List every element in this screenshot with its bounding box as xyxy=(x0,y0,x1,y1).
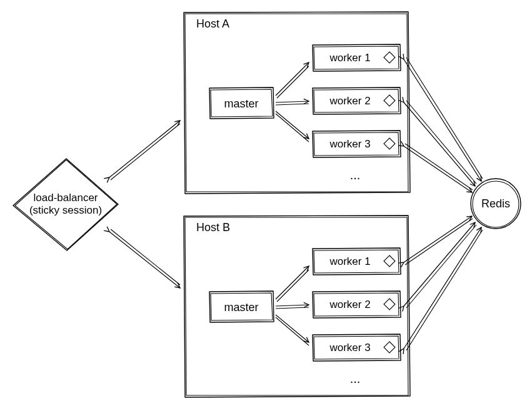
architecture-diagram: load-balancer (sticky session) Host A ma… xyxy=(0,0,532,411)
host-a-worker-2-label: worker 2 xyxy=(329,95,370,107)
host-b-worker-2: worker 2 xyxy=(313,291,401,318)
host-a-worker-3: worker 3 xyxy=(313,131,401,157)
host-b-worker-1: worker 1 xyxy=(313,248,401,275)
diamond-icon xyxy=(384,299,395,310)
host-b-worker-3: worker 3 xyxy=(313,334,401,361)
host-b-worker-1-label: worker 1 xyxy=(329,255,370,267)
host-b-title: Host B xyxy=(196,221,230,234)
diamond-icon xyxy=(384,138,395,149)
diamond-icon xyxy=(384,52,395,63)
redis-node: Redis xyxy=(471,179,521,229)
host-a-title: Host A xyxy=(196,17,229,30)
lb-label-2: (sticky session) xyxy=(29,204,102,216)
host-a-ellipsis: ... xyxy=(350,168,361,182)
host-b-worker-3-label: worker 3 xyxy=(329,342,370,354)
host-a-worker-3-label: worker 3 xyxy=(329,138,370,150)
load-balancer-node: load-balancer (sticky session) xyxy=(13,159,118,250)
host-a-worker-1-label: worker 1 xyxy=(329,52,370,64)
edge-lb-hostB xyxy=(109,229,180,288)
host-b-worker-2-label: worker 2 xyxy=(329,299,370,310)
host-b-master: master xyxy=(209,291,274,322)
lb-label-1: load-balancer xyxy=(33,192,98,204)
host-a-master: master xyxy=(209,87,274,119)
edge-wB3-redis xyxy=(404,227,483,350)
host-b-ellipsis: ... xyxy=(350,372,361,385)
host-b-container: Host B master worker 1 worker 2 worker 3… xyxy=(184,215,410,397)
host-a-worker-2: worker 2 xyxy=(313,87,401,114)
host-a-worker-1: worker 1 xyxy=(313,44,401,71)
edge-wA1-redis xyxy=(404,57,483,181)
edge-wA2-redis xyxy=(404,101,476,186)
redis-label: Redis xyxy=(481,197,510,210)
edge-wB2-redis xyxy=(404,222,476,308)
diamond-icon xyxy=(384,95,395,106)
host-b-master-label: master xyxy=(224,301,258,314)
host-a-master-label: master xyxy=(224,97,258,110)
diamond-icon xyxy=(384,342,395,353)
diamond-icon xyxy=(384,255,395,267)
edge-lb-hostA xyxy=(109,121,180,180)
host-a-container: Host A master worker 1 worker 2 worker 3… xyxy=(184,12,410,194)
